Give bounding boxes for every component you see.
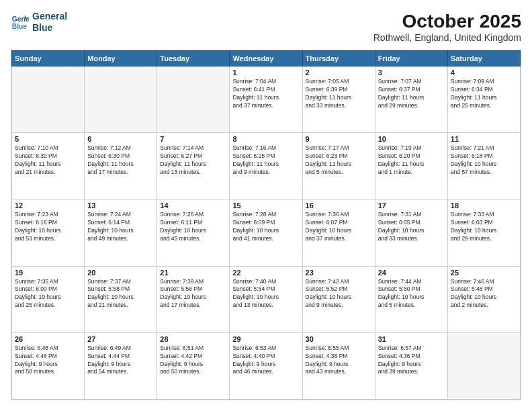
day-info: Sunrise: 7:44 AMSunset: 5:50 PMDaylight:… <box>378 278 445 310</box>
calendar: SundayMondayTuesdayWednesdayThursdayFrid… <box>11 50 521 400</box>
calendar-cell: 22Sunrise: 7:40 AMSunset: 5:54 PMDayligh… <box>230 266 302 332</box>
calendar-cell: 24Sunrise: 7:44 AMSunset: 5:50 PMDayligh… <box>375 266 447 332</box>
calendar-cell: 27Sunrise: 6:49 AMSunset: 4:44 PMDayligh… <box>85 332 157 399</box>
page: General Blue General Blue October 2025 R… <box>0 0 532 411</box>
day-number: 7 <box>160 135 226 143</box>
day-number: 12 <box>15 201 81 210</box>
main-title: October 2025 <box>373 11 521 32</box>
calendar-cell: 18Sunrise: 7:33 AMSunset: 6:03 PMDayligh… <box>447 199 520 266</box>
day-info: Sunrise: 7:07 AMSunset: 6:37 PMDaylight:… <box>378 78 445 110</box>
day-info: Sunrise: 7:10 AMSunset: 6:32 PMDaylight:… <box>15 144 81 177</box>
day-info: Sunrise: 7:30 AMSunset: 6:07 PMDaylight:… <box>306 211 372 243</box>
calendar-cell: 2Sunrise: 7:05 AMSunset: 6:39 PMDaylight… <box>302 66 375 133</box>
day-number: 29 <box>232 335 299 343</box>
logo-line1: General <box>32 11 67 21</box>
header: General Blue General Blue October 2025 R… <box>11 11 521 43</box>
calendar-cell <box>12 66 85 133</box>
logo: General Blue General Blue <box>11 11 67 34</box>
calendar-cell: 3Sunrise: 7:07 AMSunset: 6:37 PMDaylight… <box>375 66 447 133</box>
day-number: 27 <box>87 335 154 343</box>
calendar-cell: 6Sunrise: 7:12 AMSunset: 6:30 PMDaylight… <box>85 133 157 199</box>
day-info: Sunrise: 6:55 AMSunset: 4:38 PMDaylight:… <box>306 345 372 377</box>
day-info: Sunrise: 7:37 AMSunset: 5:58 PMDaylight:… <box>87 278 154 310</box>
day-info: Sunrise: 7:28 AMSunset: 6:09 PMDaylight:… <box>232 211 299 243</box>
day-number: 11 <box>451 135 517 143</box>
day-number: 8 <box>232 135 299 143</box>
svg-text:General: General <box>12 15 30 23</box>
day-info: Sunrise: 6:48 AMSunset: 4:46 PMDaylight:… <box>15 345 81 377</box>
title-block: October 2025 Rothwell, England, United K… <box>373 11 521 43</box>
calendar-cell: 8Sunrise: 7:16 AMSunset: 6:25 PMDaylight… <box>230 133 302 199</box>
logo-icon: General Blue <box>11 13 30 32</box>
day-info: Sunrise: 6:57 AMSunset: 4:36 PMDaylight:… <box>378 345 445 377</box>
day-number: 21 <box>160 269 226 277</box>
day-info: Sunrise: 7:39 AMSunset: 5:56 PMDaylight:… <box>160 278 226 310</box>
calendar-week-row: 1Sunrise: 7:04 AMSunset: 6:41 PMDaylight… <box>12 66 521 133</box>
calendar-week-row: 26Sunrise: 6:48 AMSunset: 4:46 PMDayligh… <box>12 332 521 399</box>
day-number: 2 <box>306 68 372 77</box>
day-number: 6 <box>87 135 154 143</box>
calendar-cell: 13Sunrise: 7:24 AMSunset: 6:14 PMDayligh… <box>85 199 157 266</box>
day-info: Sunrise: 7:46 AMSunset: 5:48 PMDaylight:… <box>451 278 517 310</box>
day-number: 14 <box>160 201 226 210</box>
day-info: Sunrise: 6:53 AMSunset: 4:40 PMDaylight:… <box>232 345 299 377</box>
day-number: 1 <box>232 68 299 77</box>
calendar-cell: 31Sunrise: 6:57 AMSunset: 4:36 PMDayligh… <box>375 332 447 399</box>
day-info: Sunrise: 7:24 AMSunset: 6:14 PMDaylight:… <box>87 211 154 243</box>
day-info: Sunrise: 7:31 AMSunset: 6:05 PMDaylight:… <box>378 211 445 243</box>
calendar-cell: 30Sunrise: 6:55 AMSunset: 4:38 PMDayligh… <box>302 332 375 399</box>
logo-text: General Blue <box>32 11 67 34</box>
day-info: Sunrise: 7:23 AMSunset: 6:16 PMDaylight:… <box>15 211 81 243</box>
day-info: Sunrise: 7:14 AMSunset: 6:27 PMDaylight:… <box>160 144 226 177</box>
calendar-cell: 15Sunrise: 7:28 AMSunset: 6:09 PMDayligh… <box>230 199 302 266</box>
col-header-sunday: Sunday <box>12 51 85 66</box>
calendar-cell: 29Sunrise: 6:53 AMSunset: 4:40 PMDayligh… <box>230 332 302 399</box>
calendar-cell: 20Sunrise: 7:37 AMSunset: 5:58 PMDayligh… <box>85 266 157 332</box>
day-number: 18 <box>451 201 517 210</box>
day-number: 15 <box>232 201 299 210</box>
day-number: 26 <box>15 335 81 343</box>
day-info: Sunrise: 6:51 AMSunset: 4:42 PMDaylight:… <box>160 345 226 377</box>
calendar-cell: 25Sunrise: 7:46 AMSunset: 5:48 PMDayligh… <box>447 266 520 332</box>
day-number: 22 <box>232 269 299 277</box>
day-info: Sunrise: 7:05 AMSunset: 6:39 PMDaylight:… <box>306 78 372 110</box>
calendar-cell: 7Sunrise: 7:14 AMSunset: 6:27 PMDaylight… <box>157 133 230 199</box>
day-number: 13 <box>87 201 154 210</box>
logo-line2: Blue <box>32 22 52 33</box>
day-number: 19 <box>15 269 81 277</box>
day-info: Sunrise: 7:12 AMSunset: 6:30 PMDaylight:… <box>87 144 154 177</box>
calendar-cell: 21Sunrise: 7:39 AMSunset: 5:56 PMDayligh… <box>157 266 230 332</box>
day-info: Sunrise: 7:21 AMSunset: 6:18 PMDaylight:… <box>451 144 517 177</box>
day-number: 23 <box>306 269 372 277</box>
day-info: Sunrise: 7:16 AMSunset: 6:25 PMDaylight:… <box>232 144 299 177</box>
calendar-week-row: 12Sunrise: 7:23 AMSunset: 6:16 PMDayligh… <box>12 199 521 266</box>
calendar-cell: 14Sunrise: 7:26 AMSunset: 6:11 PMDayligh… <box>157 199 230 266</box>
calendar-cell: 19Sunrise: 7:35 AMSunset: 6:00 PMDayligh… <box>12 266 85 332</box>
day-info: Sunrise: 7:40 AMSunset: 5:54 PMDaylight:… <box>232 278 299 310</box>
calendar-cell: 1Sunrise: 7:04 AMSunset: 6:41 PMDaylight… <box>230 66 302 133</box>
day-number: 28 <box>160 335 226 343</box>
calendar-cell <box>447 332 520 399</box>
col-header-tuesday: Tuesday <box>157 51 230 66</box>
calendar-cell: 26Sunrise: 6:48 AMSunset: 4:46 PMDayligh… <box>12 332 85 399</box>
day-number: 30 <box>306 335 372 343</box>
calendar-cell: 17Sunrise: 7:31 AMSunset: 6:05 PMDayligh… <box>375 199 447 266</box>
calendar-cell: 16Sunrise: 7:30 AMSunset: 6:07 PMDayligh… <box>302 199 375 266</box>
subtitle: Rothwell, England, United Kingdom <box>373 32 521 43</box>
day-number: 31 <box>378 335 445 343</box>
day-info: Sunrise: 7:09 AMSunset: 6:34 PMDaylight:… <box>451 78 517 110</box>
calendar-cell: 12Sunrise: 7:23 AMSunset: 6:16 PMDayligh… <box>12 199 85 266</box>
calendar-week-row: 19Sunrise: 7:35 AMSunset: 6:00 PMDayligh… <box>12 266 521 332</box>
day-info: Sunrise: 7:04 AMSunset: 6:41 PMDaylight:… <box>232 78 299 110</box>
calendar-table: SundayMondayTuesdayWednesdayThursdayFrid… <box>11 50 521 400</box>
day-info: Sunrise: 7:26 AMSunset: 6:11 PMDaylight:… <box>160 211 226 243</box>
day-info: Sunrise: 7:33 AMSunset: 6:03 PMDaylight:… <box>451 211 517 243</box>
col-header-saturday: Saturday <box>447 51 520 66</box>
day-number: 20 <box>87 269 154 277</box>
col-header-thursday: Thursday <box>302 51 375 66</box>
day-info: Sunrise: 7:42 AMSunset: 5:52 PMDaylight:… <box>306 278 372 310</box>
calendar-cell: 4Sunrise: 7:09 AMSunset: 6:34 PMDaylight… <box>447 66 520 133</box>
day-number: 24 <box>378 269 445 277</box>
day-number: 25 <box>451 269 517 277</box>
calendar-cell: 5Sunrise: 7:10 AMSunset: 6:32 PMDaylight… <box>12 133 85 199</box>
